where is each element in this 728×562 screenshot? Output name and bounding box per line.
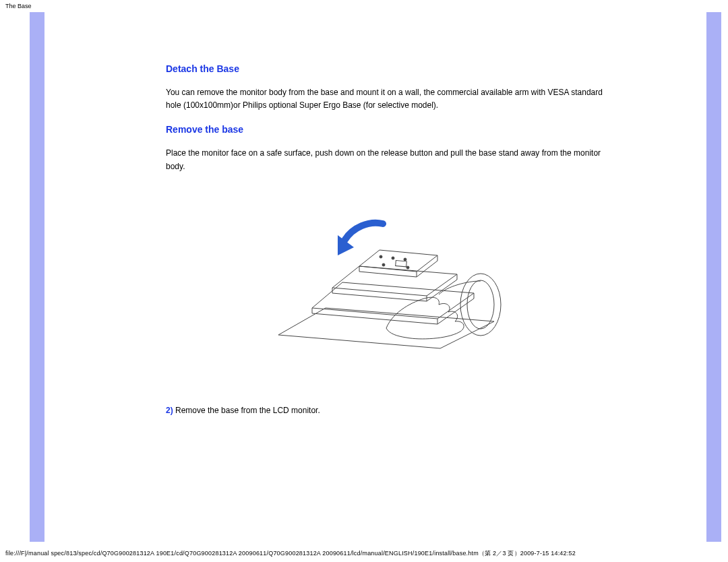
monitor-base-illustration xyxy=(265,193,508,362)
heading-detach: Detach the Base xyxy=(166,63,607,74)
illustration-remove-base xyxy=(265,193,508,362)
page-title-small: The Base xyxy=(0,0,728,11)
paragraph-remove: Place the monitor face on a safe surface… xyxy=(166,147,607,173)
step-2-number: 2) xyxy=(166,406,173,415)
step-2-text: Remove the base from the LCD monitor. xyxy=(173,406,320,415)
rotate-arrow-icon xyxy=(338,222,383,255)
svg-rect-15 xyxy=(396,260,407,266)
footer-path: file:///F|/manual spec/813/spec/cd/Q70G9… xyxy=(5,549,576,558)
svg-point-16 xyxy=(460,274,501,336)
illustration-wrap xyxy=(166,193,607,364)
svg-point-11 xyxy=(392,257,394,259)
heading-remove: Remove the base xyxy=(166,124,607,135)
step-2: 2) Remove the base from the LCD monitor. xyxy=(166,404,607,417)
svg-point-12 xyxy=(404,258,406,261)
left-accent-bar xyxy=(30,12,44,542)
right-accent-bar xyxy=(706,12,721,542)
svg-point-17 xyxy=(467,280,494,329)
svg-point-10 xyxy=(380,255,382,258)
svg-point-13 xyxy=(382,263,385,266)
paragraph-detach: You can remove the monitor body from the… xyxy=(166,86,607,112)
svg-point-14 xyxy=(406,266,409,269)
content-area: Detach the Base You can remove the monit… xyxy=(166,11,607,417)
svg-marker-4 xyxy=(332,266,457,296)
